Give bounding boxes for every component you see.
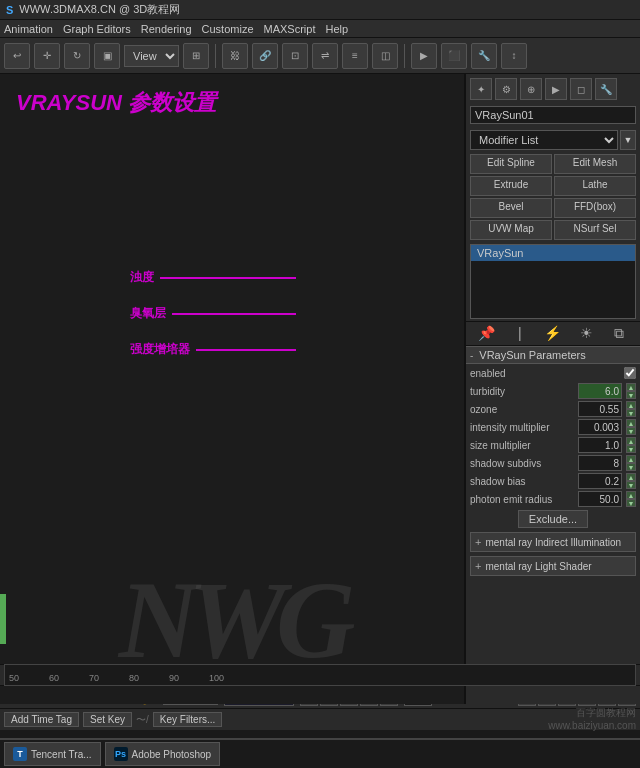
photoshop-logo: Ps <box>114 747 128 761</box>
render2-btn[interactable]: ⬛ <box>441 43 467 69</box>
align-btn[interactable]: ≡ <box>342 43 368 69</box>
photon-input[interactable] <box>578 491 622 507</box>
taskbar-tencent-label: Tencent Tra... <box>31 749 92 760</box>
lathe-btn[interactable]: Lathe <box>554 176 636 196</box>
motion-icon[interactable]: ▶ <box>545 78 567 100</box>
copy-icon[interactable]: ⧉ <box>608 325 630 342</box>
select-btn[interactable]: ✛ <box>34 43 60 69</box>
shadow-subdivs-down[interactable]: ▼ <box>626 463 636 471</box>
utilities-icon[interactable]: 🔧 <box>595 78 617 100</box>
taskbar-photoshop-label: Adobe Photoshop <box>132 749 212 760</box>
add-time-tag-button[interactable]: Add Time Tag <box>4 712 79 727</box>
wave-icon: 〜/ <box>136 713 149 727</box>
intensity-down[interactable]: ▼ <box>626 427 636 435</box>
watermark-text: 百字圆教程网www.baiziyuan.com <box>544 704 640 733</box>
menu-animation[interactable]: Animation <box>4 23 53 35</box>
size-down[interactable]: ▼ <box>626 445 636 453</box>
timeline-ruler[interactable]: 50 60 70 80 90 100 <box>4 664 636 686</box>
shadow-bias-up[interactable]: ▲ <box>626 473 636 481</box>
rotate-btn[interactable]: ↻ <box>64 43 90 69</box>
turbidity-up[interactable]: ▲ <box>626 383 636 391</box>
bevel-btn[interactable]: Bevel <box>470 198 552 218</box>
hierarchy-icon[interactable]: ⊕ <box>520 78 542 100</box>
intensity-input[interactable] <box>578 419 622 435</box>
shadow-subdivs-input[interactable] <box>578 455 622 471</box>
menu-help[interactable]: Help <box>326 23 349 35</box>
object-name-field[interactable] <box>470 106 636 124</box>
ruler-mark-70: 70 <box>89 673 99 683</box>
ruler-mark-50: 50 <box>9 673 19 683</box>
ozone-down[interactable]: ▼ <box>626 409 636 417</box>
display-icon[interactable]: ◻ <box>570 78 592 100</box>
link-btn[interactable]: ⛓ <box>222 43 248 69</box>
illumination-btn2-label: mental ray Light Shader <box>485 561 591 572</box>
nsurf-sel-btn[interactable]: NSurf Sel <box>554 220 636 240</box>
nav-btn[interactable]: ↕ <box>501 43 527 69</box>
ozone-label: 臭氧层 <box>130 305 166 322</box>
mental-ray-indirect-btn[interactable]: + mental ray Indirect Illumination <box>470 532 636 552</box>
taskbar-photoshop[interactable]: Ps Adobe Photoshop <box>105 742 221 766</box>
modifier-list-select[interactable]: Modifier List <box>470 130 618 150</box>
ozone-up[interactable]: ▲ <box>626 401 636 409</box>
modifier-list-row: Modifier List ▼ <box>470 130 636 150</box>
size-input[interactable] <box>578 437 622 453</box>
modifier-stack-listbox[interactable]: VRaySun <box>470 244 636 319</box>
size-up[interactable]: ▲ <box>626 437 636 445</box>
ozone-input[interactable] <box>578 401 622 417</box>
lamp-icon[interactable]: ☀ <box>575 325 597 342</box>
tools-btn[interactable]: 🔧 <box>471 43 497 69</box>
render-btn[interactable]: ▶ <box>411 43 437 69</box>
undo-btn[interactable]: ↩ <box>4 43 30 69</box>
intensity-label: 强度增培器 <box>130 341 190 358</box>
illumination-btn1-label: mental ray Indirect Illumination <box>485 537 621 548</box>
modifier-stack-item[interactable]: VRaySun <box>471 245 635 261</box>
turbidity-down[interactable]: ▼ <box>626 391 636 399</box>
taskbar-tencent[interactable]: T Tencent Tra... <box>4 742 101 766</box>
enabled-checkbox[interactable] <box>624 367 636 379</box>
exclude-button[interactable]: Exclude... <box>518 510 588 528</box>
intensity-up[interactable]: ▲ <box>626 419 636 427</box>
toolbar-separator <box>215 44 216 68</box>
ffd-btn[interactable]: FFD(box) <box>554 198 636 218</box>
create-icon[interactable]: ✦ <box>470 78 492 100</box>
edit-mesh-btn[interactable]: Edit Mesh <box>554 154 636 174</box>
cursor-icon[interactable]: | <box>509 325 531 342</box>
turbidity-input[interactable] <box>578 383 622 399</box>
select2-btn[interactable]: ⊡ <box>282 43 308 69</box>
params-header[interactable]: - VRaySun Parameters <box>466 346 640 364</box>
green-bar <box>0 594 6 644</box>
pin-icon[interactable]: 📌 <box>476 325 498 342</box>
photon-down[interactable]: ▼ <box>626 499 636 507</box>
key-filters-button[interactable]: Key Filters... <box>153 712 223 727</box>
extrude-btn[interactable]: Extrude <box>470 176 552 196</box>
param-enabled-label: enabled <box>470 368 620 379</box>
menu-rendering[interactable]: Rendering <box>141 23 192 35</box>
params-title: VRaySun Parameters <box>479 349 585 361</box>
mirror-btn[interactable]: ⇌ <box>312 43 338 69</box>
shadow-bias-input[interactable] <box>578 473 622 489</box>
scale-btn[interactable]: ▣ <box>94 43 120 69</box>
menu-customize[interactable]: Customize <box>202 23 254 35</box>
intensity-arrow <box>196 349 296 351</box>
view-btn[interactable]: ⊞ <box>183 43 209 69</box>
mental-ray-light-btn[interactable]: + mental ray Light Shader <box>470 556 636 576</box>
uvw-map-btn[interactable]: UVW Map <box>470 220 552 240</box>
set-key-button[interactable]: Set Key <box>83 712 132 727</box>
intensity-spinner: ▲ ▼ <box>626 419 636 435</box>
modify-icon[interactable]: ⚙ <box>495 78 517 100</box>
layer-btn[interactable]: ◫ <box>372 43 398 69</box>
shadow-subdivs-up[interactable]: ▲ <box>626 455 636 463</box>
wire-icon[interactable]: ⚡ <box>542 325 564 342</box>
toolbar-separator2 <box>404 44 405 68</box>
menu-maxscript[interactable]: MAXScript <box>264 23 316 35</box>
bind-btn[interactable]: 🔗 <box>252 43 278 69</box>
view-select[interactable]: View <box>124 45 179 67</box>
shadow-bias-down[interactable]: ▼ <box>626 481 636 489</box>
tencent-logo: T <box>13 747 27 761</box>
menu-graph-editors[interactable]: Graph Editors <box>63 23 131 35</box>
photon-up[interactable]: ▲ <box>626 491 636 499</box>
turbidity-arrow <box>160 277 296 279</box>
modifier-list-arrow[interactable]: ▼ <box>620 130 636 150</box>
edit-spline-btn[interactable]: Edit Spline <box>470 154 552 174</box>
photon-spinner: ▲ ▼ <box>626 491 636 507</box>
